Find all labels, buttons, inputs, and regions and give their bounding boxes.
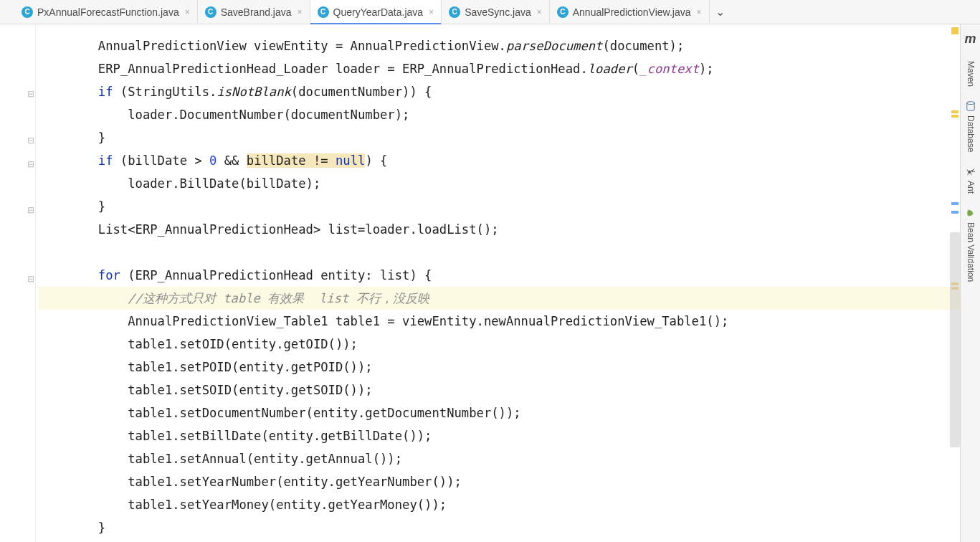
fold-toggle-icon[interactable]: ⊟	[27, 205, 34, 215]
fold-toggle-icon[interactable]: ⊟	[27, 159, 34, 169]
ant-icon	[966, 166, 976, 176]
fold-toggle-icon[interactable]: ⊟	[27, 136, 34, 146]
code-content: AnnualPredictionView viewEntity = Annual…	[36, 24, 960, 539]
tool-window-database[interactable]: Database	[966, 94, 976, 159]
tab-savesync[interactable]: C SaveSync.java ×	[442, 0, 550, 24]
tab-label: QueryYearData.java	[333, 6, 424, 18]
java-class-icon: C	[449, 6, 460, 18]
tab-queryyeardata[interactable]: C QueryYearData.java ×	[310, 0, 442, 24]
analysis-status-icon[interactable]	[951, 27, 958, 34]
tool-window-maven[interactable]: Maven	[966, 54, 976, 94]
error-stripe[interactable]	[950, 24, 960, 542]
tool-label: Bean Validation	[966, 222, 976, 282]
close-icon[interactable]: ×	[697, 7, 702, 17]
tab-label: SaveBrand.java	[221, 6, 292, 18]
java-class-icon: C	[205, 6, 217, 18]
chevron-down-icon: ⌄	[715, 5, 725, 19]
maven-logo-icon: m	[964, 29, 976, 54]
tab-pxannualforecastfunction[interactable]: C PxAnnualForecastFunction.java ×	[14, 0, 198, 24]
warning-marker[interactable]	[951, 110, 958, 113]
bean-validation-icon	[966, 208, 976, 218]
tool-window-bean-validation[interactable]: Bean Validation	[966, 201, 976, 289]
tab-savebrand[interactable]: C SaveBrand.java ×	[198, 0, 310, 24]
svg-point-1	[968, 171, 971, 173]
close-icon[interactable]: ×	[298, 7, 303, 17]
fold-toggle-icon[interactable]: ⊟	[27, 274, 34, 284]
selection-marker[interactable]	[951, 202, 958, 205]
tab-label: SaveSync.java	[465, 6, 531, 18]
tab-overflow-button[interactable]: ⌄	[710, 5, 731, 19]
tab-annualpredictionview[interactable]: C AnnualPredictionView.java ×	[550, 0, 710, 24]
editor-tab-bar: C PxAnnualForecastFunction.java × C Save…	[0, 0, 980, 24]
database-icon	[966, 101, 976, 111]
code-editor[interactable]: AnnualPredictionView viewEntity = Annual…	[36, 24, 960, 542]
close-icon[interactable]: ×	[429, 7, 434, 17]
fold-toggle-icon[interactable]: ⊟	[27, 89, 34, 99]
ide-window: C PxAnnualForecastFunction.java × C Save…	[0, 0, 980, 542]
svg-point-0	[966, 102, 974, 105]
scrollbar-thumb[interactable]	[950, 232, 960, 447]
editor-gutter[interactable]: ⊟ ⊟ ⊟ ⊟ ⊟	[0, 24, 36, 542]
close-icon[interactable]: ×	[537, 7, 542, 17]
java-class-icon: C	[22, 6, 33, 18]
java-class-icon: C	[318, 6, 329, 18]
right-tool-strip: m Maven Database Ant Bean Validation	[960, 24, 980, 542]
svg-point-2	[971, 171, 973, 173]
close-icon[interactable]: ×	[185, 7, 190, 17]
tab-label: PxAnnualForecastFunction.java	[37, 6, 179, 18]
warning-marker[interactable]	[951, 115, 958, 118]
editor-main: ⊟ ⊟ ⊟ ⊟ ⊟ AnnualPredictionView viewEntit…	[0, 24, 980, 542]
tool-label: Database	[966, 115, 976, 152]
tool-label: Maven	[966, 61, 976, 87]
selection-marker[interactable]	[951, 211, 958, 214]
tool-window-ant[interactable]: Ant	[966, 159, 976, 201]
java-class-icon: C	[557, 6, 569, 18]
tab-label: AnnualPredictionView.java	[573, 6, 691, 18]
tool-label: Ant	[966, 181, 976, 194]
